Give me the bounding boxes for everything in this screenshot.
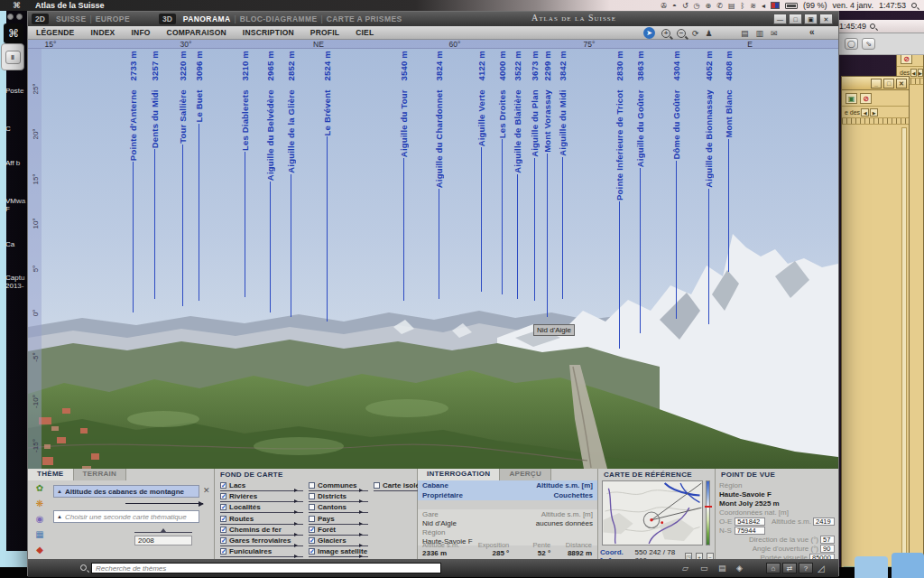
layer-opacity-slider[interactable] (309, 512, 368, 513)
peak-label[interactable]: Aiguille du Belvédère 2965 m (265, 51, 275, 312)
peak-label[interactable]: Pointe Inferieure de Tricot 2830 m (614, 51, 624, 349)
peak-label[interactable]: Tour Sallière 3220 m (178, 51, 188, 306)
angle-input[interactable]: 90 (820, 545, 835, 553)
pause-button[interactable]: ‖ (5, 51, 21, 64)
layer-opacity-slider[interactable] (220, 524, 303, 525)
layer-checkbox[interactable]: ✓ (220, 482, 226, 489)
layer-checkbox[interactable] (309, 516, 315, 522)
close-icon[interactable]: ✕ (896, 79, 907, 89)
peak-label[interactable]: Aiguille du Chardonnet 3824 m (434, 51, 444, 299)
peak-label[interactable]: Aiguille du Plan 3673 m (530, 51, 540, 301)
arrow-tool-icon[interactable]: ⇘ (862, 38, 875, 50)
peak-label[interactable]: Les Droites 4000 m (497, 51, 507, 294)
layer-opacity-slider[interactable] (309, 490, 368, 491)
year-slider-handle[interactable] (161, 528, 166, 532)
peak-label[interactable]: Dents du Midi 3257 m (150, 51, 160, 299)
wifi-icon[interactable]: ≋ (750, 2, 756, 10)
menubar-time[interactable]: 1:47:53 (879, 1, 906, 10)
layer-opacity-slider[interactable] (220, 501, 303, 502)
tab-terrain[interactable]: TERRAIN (74, 469, 127, 480)
tab-bloc-diagramme[interactable]: BLOC-DIAGRAMME (236, 14, 321, 23)
scrollbar[interactable] (901, 127, 907, 568)
spotlight-icon[interactable] (911, 3, 917, 8)
peak-label[interactable]: Aiguille du Tour 3540 m (399, 51, 409, 301)
layer-checkbox[interactable] (374, 482, 380, 489)
layer-opacity-slider[interactable] (309, 501, 368, 502)
tab-interrogation[interactable]: INTERROGATION (418, 469, 500, 480)
layer-opacity-slider[interactable] (220, 512, 303, 513)
peak-label[interactable]: Mont Blanc 4808 m (724, 51, 734, 272)
reference-map[interactable] (602, 480, 703, 545)
zoom-in-icon[interactable]: + (661, 29, 670, 38)
bluetooth-icon[interactable]: ᛒ (741, 2, 745, 10)
tab-panorama[interactable]: PANORAMA (180, 14, 235, 23)
desktop-icon-label[interactable]: Poste (5, 87, 27, 95)
panorama-view[interactable]: 15°30°NE60°75°E 25°20°15°10°5°0°-5°-10°-… (28, 40, 838, 469)
menu-index[interactable]: INDEX (83, 28, 124, 37)
layer-checkbox[interactable]: ✓ (220, 537, 226, 544)
desktop-icon-label[interactable]: C (5, 125, 27, 133)
peak-label[interactable]: Aiguille du Midi 3842 m (558, 51, 568, 299)
dock-window-icon[interactable] (892, 553, 924, 578)
spotlight-icon[interactable] (870, 23, 875, 29)
locate-icon[interactable]: ➤ (643, 27, 655, 39)
tab-suisse[interactable]: SUISSE (52, 14, 90, 23)
restore-button[interactable]: □ (789, 14, 802, 24)
layer-checkbox[interactable]: ✓ (220, 504, 226, 510)
tab-theme[interactable]: THÈME (28, 469, 74, 480)
keyboard-flag-icon[interactable] (771, 2, 780, 9)
layer-opacity-slider[interactable] (309, 535, 368, 536)
mail-panel-icon[interactable]: ✉ (771, 29, 778, 38)
resize-handle-icon[interactable]: ◿ (818, 564, 825, 573)
direction-input[interactable]: 57 (820, 536, 835, 544)
tab-europe[interactable]: EUROPE (92, 14, 134, 23)
primary-theme-field[interactable]: ▲ Altitude des cabanes de montagne (53, 485, 199, 498)
layer-checkbox[interactable]: ✓ (220, 548, 226, 555)
spin-left-icon[interactable]: ◀ (910, 69, 916, 77)
peak-label[interactable]: Les Diablerets 3210 m (240, 51, 250, 297)
tab-2d[interactable]: 2D (32, 14, 49, 24)
altitude-input[interactable]: 2419 (813, 517, 835, 526)
layer-opacity-slider[interactable] (309, 556, 368, 557)
layer-checkbox[interactable] (309, 504, 315, 510)
desktop-icon-label[interactable]: Captu 2013- (5, 274, 27, 290)
desktop-icon-label[interactable]: Aff b (5, 159, 27, 167)
layer-checkbox[interactable] (309, 493, 315, 499)
pages-panel-icon[interactable]: ▥ (756, 29, 764, 38)
sync-icon[interactable]: ✇ (661, 2, 667, 10)
theme-transport-icon[interactable]: ◆ (32, 544, 47, 555)
fullscreen-button[interactable]: ▣ (804, 14, 818, 24)
clock-icon[interactable]: ◷ (694, 2, 700, 10)
timemachine-icon[interactable]: ↺ (682, 2, 688, 10)
help-button[interactable]: ? (799, 563, 813, 573)
peak-label[interactable]: Le Brévent 2524 m (322, 51, 332, 322)
layer-checkbox[interactable]: ✓ (220, 516, 226, 522)
rotate-icon[interactable]: ⟳ (692, 29, 699, 38)
peak-label[interactable]: Aiguille du Goûter 3863 m (635, 51, 645, 333)
theme-time-slider[interactable] (125, 503, 203, 504)
menubar-date[interactable]: ven. 4 janv. (833, 1, 873, 10)
layer-opacity-slider[interactable] (220, 535, 303, 536)
display-icon[interactable]: ▤ (728, 2, 735, 10)
layer-checkbox[interactable]: ✓ (309, 548, 315, 555)
person-view-icon[interactable]: ♟ (706, 29, 713, 38)
layer-opacity-slider[interactable] (220, 556, 303, 557)
desktop-icon-label[interactable]: Ca (5, 240, 27, 248)
document-icon[interactable]: ▤ (718, 564, 726, 573)
shape-tool-icon[interactable]: ◯ (845, 38, 858, 50)
peak-label[interactable]: Dôme du Goûter 4304 m (671, 51, 681, 319)
year-value-box[interactable]: 2008 (134, 536, 192, 545)
desktop-icon-label[interactable]: VMwa F (5, 197, 27, 213)
theme-calendar-icon[interactable]: ▦ (32, 528, 47, 540)
tab-apercu[interactable]: APERÇU (500, 469, 551, 480)
volume-icon[interactable]: ◂ (762, 2, 765, 10)
peak-label[interactable]: Aiguille de Blaitière 3522 m (513, 51, 522, 299)
badge-icon[interactable]: ◈ (736, 564, 743, 573)
clear-theme-icon[interactable]: ✕ (203, 486, 210, 495)
peak-label[interactable]: Pointe d'Anterne 2733 m (128, 51, 138, 312)
accessibility-icon[interactable]: ⊕ (706, 2, 712, 10)
phone-icon[interactable]: ✆ (716, 2, 723, 10)
menu-inscription[interactable]: INSCRIPTION (235, 28, 302, 37)
menu-légende[interactable]: LÉGENDE (28, 28, 83, 37)
theme-nature-icon[interactable]: ✿ (32, 482, 47, 494)
